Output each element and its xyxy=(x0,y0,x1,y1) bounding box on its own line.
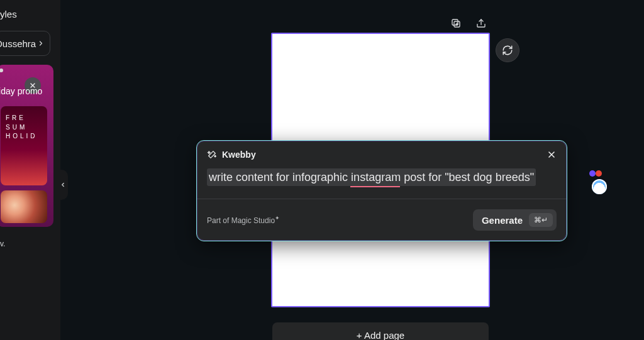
ai-prompt-row: write content for infographic instagram … xyxy=(207,168,557,186)
template-photo xyxy=(1,190,47,223)
template-title: liday promo xyxy=(0,86,42,96)
add-page-button[interactable]: + Add page xyxy=(272,322,489,340)
ai-assistant-panel: Kwebby write content for infographic ins… xyxy=(196,140,567,241)
ai-panel-title: Kwebby xyxy=(222,150,256,160)
close-icon[interactable] xyxy=(547,150,557,160)
duplicate-page-icon[interactable] xyxy=(450,18,462,29)
sidebar-section: yles Dussehra liday promo FRE SUM HOLID … xyxy=(0,0,60,257)
template-text-line: HOLID xyxy=(6,132,42,141)
sidebar-pill-dussehra[interactable]: Dussehra xyxy=(0,31,50,56)
generate-button[interactable]: Generate ⌘↵ xyxy=(473,209,557,231)
export-icon[interactable] xyxy=(475,18,487,29)
ai-panel-header: Kwebby xyxy=(197,141,567,166)
chevron-right-icon xyxy=(37,40,45,47)
assistant-face-icon xyxy=(592,179,607,194)
sparkle-icon: ✦ xyxy=(275,215,280,221)
ai-panel-footer: Part of Magic Studio✦ Generate ⌘↵ xyxy=(197,199,567,241)
spellcheck-underline xyxy=(350,186,400,187)
thumb-dot-icon xyxy=(0,69,3,72)
left-sidebar: yles Dussehra liday promo FRE SUM HOLID … xyxy=(0,0,60,340)
record-dot-icon xyxy=(596,170,602,177)
template-thumbnail[interactable]: liday promo FRE SUM HOLID xyxy=(0,65,53,227)
sidebar-collapse-handle[interactable] xyxy=(58,170,68,200)
page-controls xyxy=(450,18,487,29)
generate-label: Generate xyxy=(482,215,523,226)
ai-prompt-input[interactable]: write content for infographic instagram … xyxy=(207,168,536,186)
sidebar-link-styles[interactable]: yles xyxy=(0,9,60,19)
magic-studio-label: Part of Magic Studio✦ xyxy=(207,215,280,225)
magic-wand-icon xyxy=(207,150,217,160)
sidebar-footer-letter: v. xyxy=(0,239,60,248)
template-inner-preview: FRE SUM HOLID xyxy=(1,106,47,185)
regenerate-button[interactable] xyxy=(496,38,519,62)
template-text-line: FRE xyxy=(6,114,42,123)
keyboard-shortcut: ⌘↵ xyxy=(529,213,553,227)
template-text-line: SUM xyxy=(6,123,42,133)
pill-label: Dussehra xyxy=(0,38,36,49)
purple-dot-icon xyxy=(589,170,596,177)
